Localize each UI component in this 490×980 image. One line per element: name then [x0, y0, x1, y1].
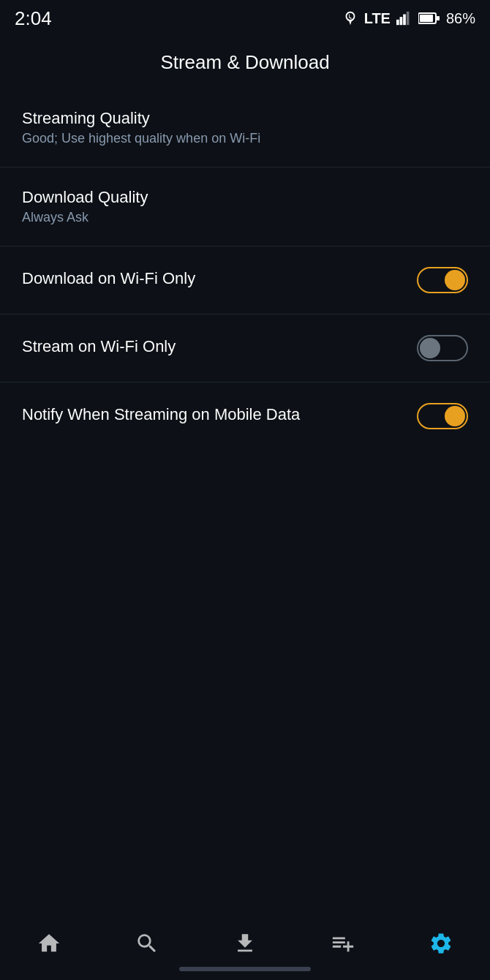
settings-item-text: Stream on Wi-Fi Only [22, 337, 417, 359]
notify-mobile-title: Notify When Streaming on Mobile Data [22, 405, 417, 424]
download-wifi-toggle[interactable] [417, 267, 468, 293]
page-title: Stream & Download [160, 51, 329, 73]
toggle-knob [445, 270, 465, 290]
nav-item-home[interactable] [21, 923, 77, 964]
streaming-quality-title: Streaming Quality [22, 109, 468, 128]
nav-item-download[interactable] [217, 923, 273, 964]
download-quality-subtitle: Always Ask [22, 210, 468, 225]
nav-item-settings[interactable] [413, 923, 469, 964]
settings-item-download-quality[interactable]: Download Quality Always Ask [0, 167, 490, 246]
svg-rect-6 [437, 16, 440, 20]
settings-list: Streaming Quality Good; Use highest qual… [0, 88, 490, 450]
battery-percentage: 86% [446, 10, 475, 27]
settings-item-download-wifi[interactable]: Download on Wi-Fi Only [0, 246, 490, 314]
settings-item-stream-wifi[interactable]: Stream on Wi-Fi Only [0, 314, 490, 382]
status-bar: 2:04 LTE 86% [0, 0, 490, 37]
lte-indicator: LTE [364, 10, 391, 27]
settings-icon [428, 930, 454, 957]
stream-wifi-title: Stream on Wi-Fi Only [22, 337, 417, 356]
status-time: 2:04 [15, 7, 52, 30]
settings-item-text: Streaming Quality Good; Use highest qual… [22, 109, 468, 146]
svg-rect-0 [396, 20, 399, 25]
nav-item-add-playlist[interactable] [315, 923, 371, 964]
nav-item-search[interactable] [119, 923, 175, 964]
settings-item-text: Download Quality Always Ask [22, 188, 468, 225]
settings-item-notify-mobile[interactable]: Notify When Streaming on Mobile Data [0, 382, 490, 450]
svg-rect-5 [420, 15, 433, 22]
toggle-knob [445, 406, 465, 426]
settings-item-text: Notify When Streaming on Mobile Data [22, 405, 417, 427]
settings-item-text: Download on Wi-Fi Only [22, 269, 417, 291]
battery-icon [418, 12, 440, 25]
add-playlist-icon [330, 930, 356, 957]
streaming-quality-subtitle: Good; Use highest quality when on Wi-Fi [22, 131, 468, 146]
download-quality-title: Download Quality [22, 188, 468, 207]
page-header: Stream & Download [0, 37, 490, 88]
svg-rect-3 [407, 12, 410, 25]
svg-rect-2 [403, 15, 406, 26]
stream-wifi-toggle[interactable] [417, 335, 468, 361]
svg-rect-1 [400, 17, 403, 25]
notify-mobile-toggle[interactable] [417, 403, 468, 429]
download-wifi-title: Download on Wi-Fi Only [22, 269, 417, 288]
status-icons: LTE 86% [342, 10, 475, 27]
settings-item-streaming-quality[interactable]: Streaming Quality Good; Use highest qual… [0, 88, 490, 167]
home-indicator [179, 967, 311, 971]
search-icon [134, 930, 160, 957]
download-icon [232, 930, 258, 957]
alarm-icon [342, 10, 358, 26]
signal-icon [396, 11, 412, 26]
home-icon [36, 930, 62, 957]
toggle-knob [420, 338, 440, 358]
